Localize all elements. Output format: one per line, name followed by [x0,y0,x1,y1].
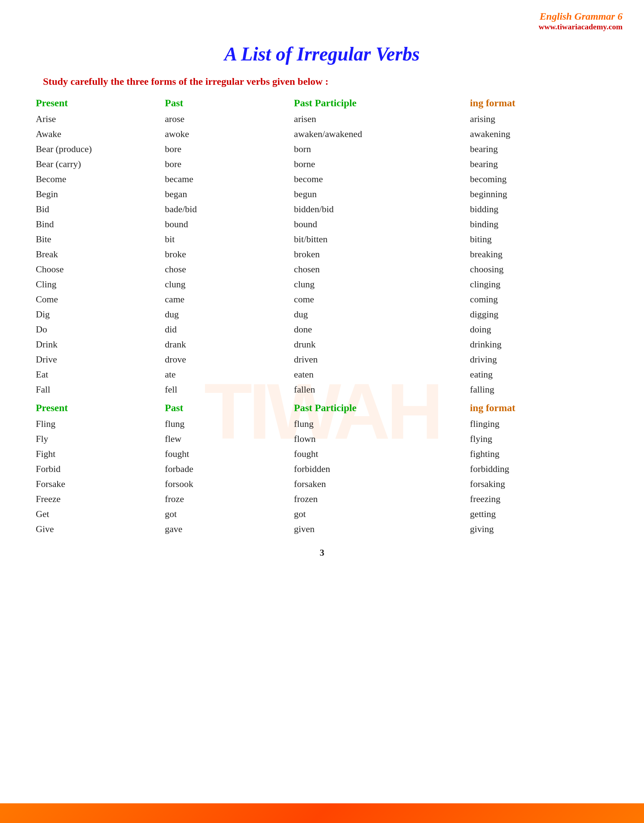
verb-past: clung [158,277,287,292]
verb-ing: breaking [463,247,615,262]
verb-present: Fight [29,447,158,461]
verb-ing: eating [463,367,615,382]
verb-present: Eat [29,367,158,382]
verb-past-participle: chosen [287,262,463,277]
verb-ing: flinging [463,417,615,432]
verb-past: awoke [158,127,287,142]
verb-present: Dig [29,307,158,322]
verb-past: fought [158,447,287,461]
verb-past: got [158,507,287,522]
verb-present: Come [29,292,158,307]
verb-ing: forsaking [463,477,615,492]
verb-past-participle: borne [287,157,463,172]
verb-ing: forbidding [463,461,615,477]
verb-present: Become [29,172,158,187]
table-row: Freeze froze frozen freezing [29,492,615,507]
verb-past: bade/bid [158,202,287,217]
verb-ing: clinging [463,277,615,292]
verb-past: drank [158,337,287,352]
verb-ing: biting [463,232,615,247]
verb-past-participle: drunk [287,337,463,352]
verb-present: Break [29,247,158,262]
verb-past-participle: frozen [287,492,463,507]
verb-ing: awakening [463,127,615,142]
verb-ing: digging [463,307,615,322]
verb-past: bit [158,232,287,247]
table-row: Arise arose arisen arising [29,112,615,127]
verb-past: forsook [158,477,287,492]
verb-past: broke [158,247,287,262]
table-row: Forbid forbade forbidden forbidding [29,461,615,477]
verb-present: Get [29,507,158,522]
verb-past: ate [158,367,287,382]
verb-past: chose [158,262,287,277]
page-number: 3 [29,547,615,587]
table-header-row: Present Past Past Participle ing format [29,95,615,112]
verb-present: Arise [29,112,158,127]
col-past: Past [158,95,287,112]
table-row: Forsake forsook forsaken forsaking [29,477,615,492]
page-title: A List of Irregular Verbs [29,43,615,65]
verb-ing: doing [463,322,615,337]
verb-past-participle: given [287,522,463,537]
verb-ing: driving [463,352,615,367]
table-row: Drive drove driven driving [29,352,615,367]
table-row: Awake awoke awaken/awakened awakening [29,127,615,142]
table-row: Eat ate eaten eating [29,367,615,382]
verb-past-participle: eaten [287,367,463,382]
table-row: Bear (produce) bore born bearing [29,142,615,157]
table-row: Become became become becoming [29,172,615,187]
verb-past-participle: fought [287,447,463,461]
verb-past-participle: bound [287,217,463,232]
verb-present: Drink [29,337,158,352]
table-row: Fling flung flung flinging [29,417,615,432]
verb-past-participle: forsaken [287,477,463,492]
verb-present: Cling [29,277,158,292]
verb-past-participle: bit/bitten [287,232,463,247]
table-row: Do did done doing [29,322,615,337]
verb-past-participle: got [287,507,463,522]
verbs-table: Present Past Past Participle ing format … [29,95,615,537]
verb-present: Bear (carry) [29,157,158,172]
verb-past-participle: fallen [287,382,463,397]
repeat-col-present: Present [29,397,158,417]
verb-ing: beginning [463,187,615,202]
verb-present: Fly [29,432,158,447]
verb-present: Do [29,322,158,337]
verb-present: Bite [29,232,158,247]
table-row: Bind bound bound binding [29,217,615,232]
table-row: Begin began begun beginning [29,187,615,202]
verb-present: Drive [29,352,158,367]
repeat-col-past-participle: Past Participle [287,397,463,417]
verb-ing: bidding [463,202,615,217]
verb-past-participle: bidden/bid [287,202,463,217]
verb-ing: getting [463,507,615,522]
verb-ing: coming [463,292,615,307]
verb-present: Forsake [29,477,158,492]
verb-past: flew [158,432,287,447]
verb-past-participle: born [287,142,463,157]
verb-past-participle: flung [287,417,463,432]
verb-past-participle: awaken/awakened [287,127,463,142]
table-row: Bid bade/bid bidden/bid bidding [29,202,615,217]
verb-past: arose [158,112,287,127]
verb-past: flung [158,417,287,432]
main-content: A List of Irregular Verbs Study carefull… [0,0,644,622]
table-row: Choose chose chosen choosing [29,262,615,277]
verb-ing: arising [463,112,615,127]
verb-past-participle: clung [287,277,463,292]
verb-present: Freeze [29,492,158,507]
verb-present: Fling [29,417,158,432]
verb-ing: becoming [463,172,615,187]
verb-ing: fighting [463,447,615,461]
orange-bar-bottom [0,803,644,823]
verb-ing: falling [463,382,615,397]
verb-past-participle: driven [287,352,463,367]
table-row: Come came come coming [29,292,615,307]
verb-ing: binding [463,217,615,232]
verb-past: bore [158,142,287,157]
verb-present: Fall [29,382,158,397]
verb-present: Bind [29,217,158,232]
repeat-col-past: Past [158,397,287,417]
verb-past: began [158,187,287,202]
